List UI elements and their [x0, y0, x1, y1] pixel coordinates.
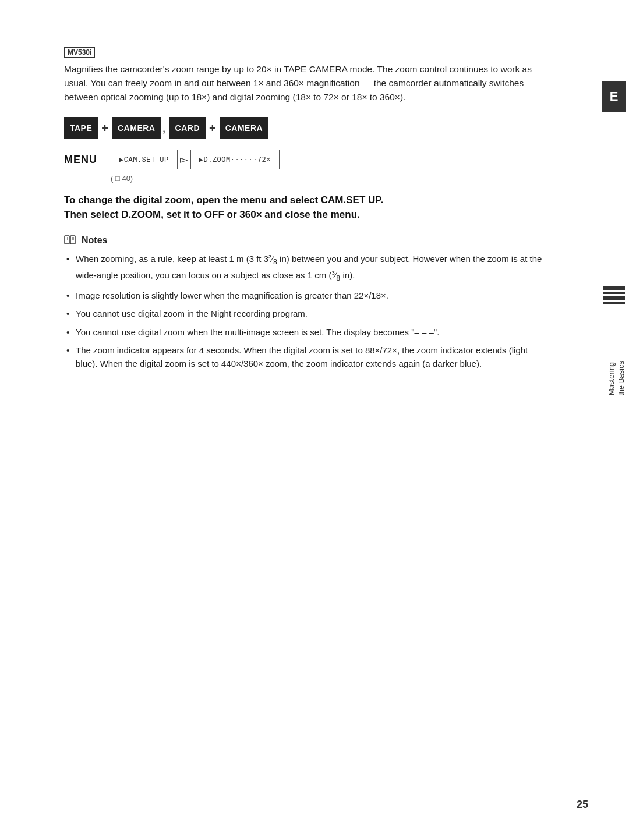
camera-badge-2: CAMERA: [220, 117, 268, 139]
menu-diagram: MENU ▶CAM.SET UP ▻ ▶D.ZOOM······72×: [64, 150, 547, 169]
notes-icon: [64, 235, 77, 246]
tape-badge: TAPE: [64, 117, 98, 139]
sidebar-line-3: [603, 296, 625, 300]
comma-sign: ,: [162, 120, 165, 136]
sidebar-line-2: [603, 292, 625, 294]
mv530i-badge: MV530i: [64, 47, 547, 62]
page-container: E Mastering the Basics MV530i Magnifies …: [0, 0, 629, 840]
notes-list: When zooming, as a rule, keep at least 1…: [64, 252, 547, 370]
camera-badge-1: CAMERA: [112, 117, 161, 139]
plus-sign-1: +: [101, 122, 108, 135]
list-item: You cannot use digital zoom when the mul…: [64, 325, 547, 339]
page-ref: ( □ 40): [111, 174, 547, 183]
notes-title: Notes: [82, 235, 107, 246]
content-area: MV530i Magnifies the camcorder's zoom ra…: [64, 47, 547, 370]
sidebar-e-letter: E: [610, 89, 619, 104]
list-item: You cannot use digital zoom in the Night…: [64, 307, 547, 320]
intro-paragraph: Magnifies the camcorder's zoom range by …: [64, 62, 547, 104]
list-item: The zoom indicator appears for 4 seconds…: [64, 343, 547, 371]
sidebar-lines: [602, 286, 626, 304]
right-sidebar: E Mastering the Basics: [599, 0, 629, 840]
menu-step1-text: ▶CAM.SET UP: [119, 155, 169, 164]
notes-section: Notes When zooming, as a rule, keep at l…: [64, 235, 547, 370]
menu-box-step1: ▶CAM.SET UP: [111, 150, 178, 169]
menu-box-step2: ▶D.ZOOM······72×: [190, 150, 280, 169]
main-instruction: To change the digital zoom, open the men…: [64, 193, 547, 222]
menu-double-arrow: ▻: [180, 153, 188, 166]
menu-step2-text: ▶D.ZOOM······72×: [199, 155, 271, 164]
sidebar-line-4: [603, 302, 625, 304]
sidebar-line-1: [603, 286, 625, 290]
notes-header: Notes: [64, 235, 547, 246]
sidebar-rotated-text: Mastering the Basics: [607, 361, 627, 396]
menu-label: MENU: [64, 154, 105, 166]
list-item: Image resolution is slightly lower when …: [64, 289, 547, 302]
plus-sign-2: +: [209, 122, 216, 135]
page-number: 25: [577, 799, 588, 811]
list-item: When zooming, as a rule, keep at least 1…: [64, 252, 547, 284]
mode-icons-row: TAPE + CAMERA , CARD + CAMERA: [64, 117, 547, 139]
sidebar-e-tab: E: [602, 81, 626, 112]
card-badge: CARD: [169, 117, 206, 139]
